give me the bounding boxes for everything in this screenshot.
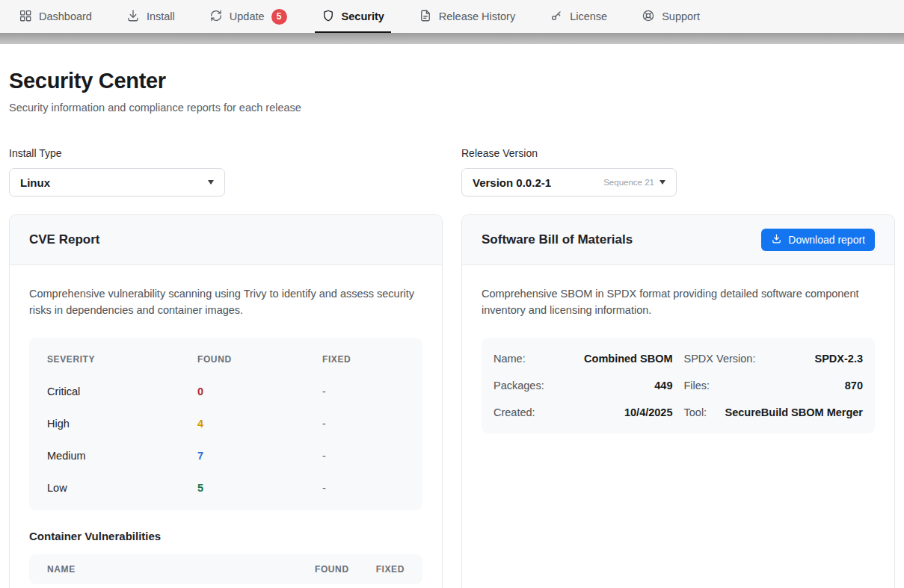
document-icon [419,9,432,25]
sbom-description: Comprehensive SBOM in SPDX format provid… [482,286,875,318]
nav-item-update[interactable]: Update 5 [192,0,304,33]
filters-row: Install Type Linux Release Version Versi… [9,147,895,196]
chevron-down-icon [208,180,214,185]
column-header: FOUND [315,564,349,575]
main-content: Security Center Security information and… [0,69,904,588]
severity-label: High [47,418,197,430]
cve-report-description: Comprehensive vulnerability scanning usi… [29,286,422,318]
table-row: High 4 - [47,407,405,439]
nav-item-label: Install [147,10,175,22]
sbom-detail-row: Name: Combined SBOM SPDX Version: SPDX-2… [493,345,863,372]
sbom-card: Software Bill of Materials Download repo… [461,214,895,588]
cards-row: CVE Report Comprehensive vulnerability s… [9,214,895,588]
sbom-title: Software Bill of Materials [482,232,633,247]
download-report-button[interactable]: Download report [761,229,875,251]
refresh-icon [209,9,223,25]
nav-item-label: Dashboard [39,10,92,22]
column-header: FOUND [197,354,322,365]
nav-item-install[interactable]: Install [109,0,192,33]
container-vulnerabilities-title: Container Vulnerabilities [29,530,422,542]
cve-report-title: CVE Report [29,232,99,247]
column-header: FIXED [376,564,405,575]
release-version-value: Version 0.0.2-1 [473,176,551,189]
column-header: SEVERITY [47,354,197,365]
nav-item-support[interactable]: Support [624,0,717,33]
page-subtitle: Security information and compliance repo… [9,102,895,114]
found-count: 4 [197,418,322,430]
detail-value: 449 [544,380,673,392]
shield-icon [322,9,335,25]
detail-label: SPDX Version: [684,353,756,365]
detail-value: Combined SBOM [526,353,673,365]
cve-report-card: CVE Report Comprehensive vulnerability s… [9,214,443,588]
table-row: Critical 0 - [47,375,405,407]
download-icon [771,233,782,247]
cve-report-header: CVE Report [10,215,442,265]
detail-label: Files: [684,380,710,392]
found-count: 7 [197,450,322,462]
fixed-count: - [322,450,405,462]
release-version-select[interactable]: Version 0.0.2-1 Sequence 21 [461,168,677,196]
sequence-label: Sequence 21 [603,178,654,187]
nav-item-label: Support [662,10,700,22]
nav-item-label: License [570,10,607,22]
detail-label: Packages: [493,380,544,392]
chevron-down-icon [659,180,665,185]
page-top-divider [0,33,904,44]
severity-table-header: SEVERITY FOUND FIXED [47,343,405,375]
install-type-label: Install Type [9,147,443,159]
nav-item-label: Release History [439,10,515,22]
nav-item-license[interactable]: License [532,0,624,33]
sbom-details: Name: Combined SBOM SPDX Version: SPDX-2… [482,338,875,433]
severity-label: Medium [47,450,197,462]
detail-value: SecureBuild SBOM Merger [707,406,863,418]
table-row: Low 5 - [47,471,405,504]
detail-label: Tool: [684,406,707,418]
found-count: 5 [197,482,322,494]
found-count: 0 [197,386,322,397]
lifebuoy-icon [642,9,655,25]
key-icon [550,9,563,25]
release-version-label: Release Version [461,147,895,159]
severity-label: Critical [47,386,197,397]
detail-label: Created: [493,406,535,418]
sbom-detail-row: Created: 10/4/2025 Tool: SecureBuild SBO… [493,399,863,426]
detail-label: Name: [493,353,526,365]
table-row: Medium 7 - [47,439,405,471]
severity-table: SEVERITY FOUND FIXED Critical 0 - High 4… [29,338,422,510]
nav-item-security[interactable]: Security [304,0,402,33]
column-header: NAME [47,564,315,575]
install-type-value: Linux [20,176,50,189]
container-vulnerabilities-table-header: NAME FOUND FIXED [29,554,422,584]
detail-value: 10/4/2025 [535,406,673,418]
fixed-count: - [322,482,405,494]
sbom-detail-row: Packages: 449 Files: 870 [493,372,863,399]
dashboard-grid-icon [19,9,32,25]
install-type-select[interactable]: Linux [9,168,225,196]
download-icon [126,9,140,25]
download-report-label: Download report [788,234,865,246]
detail-value: 870 [710,380,863,392]
column-header: FIXED [322,354,405,365]
top-nav: Dashboard Install Update 5 Security Rele… [0,0,904,33]
nav-item-dashboard[interactable]: Dashboard [1,0,109,33]
detail-value: SPDX-2.3 [755,353,863,365]
fixed-count: - [322,386,405,397]
nav-item-release-history[interactable]: Release History [402,0,532,33]
fixed-count: - [322,418,405,430]
severity-label: Low [47,482,197,494]
sbom-header: Software Bill of Materials Download repo… [462,215,894,265]
nav-item-label: Security [342,10,384,22]
update-count-badge: 5 [271,9,287,25]
nav-item-label: Update [230,10,265,22]
page-title: Security Center [9,69,895,93]
